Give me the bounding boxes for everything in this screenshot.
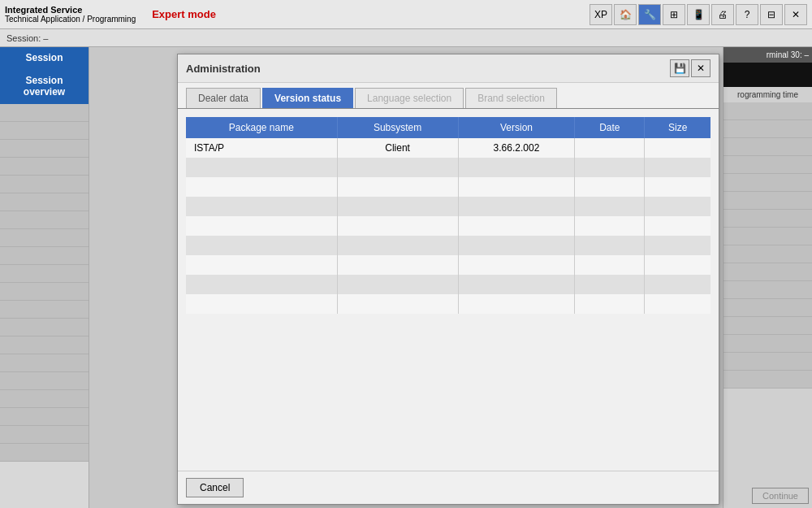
sidebar-row bbox=[0, 372, 89, 390]
sidebar-row bbox=[0, 354, 89, 372]
continue-button[interactable]: Continue bbox=[752, 488, 809, 504]
table-row bbox=[186, 197, 710, 216]
cell-subsystem bbox=[337, 197, 458, 216]
cancel-button[interactable]: Cancel bbox=[186, 478, 244, 497]
programming-time-label: rogramming time bbox=[723, 87, 812, 102]
modal-close-icon[interactable]: ✕ bbox=[691, 59, 710, 77]
cell-subsystem bbox=[337, 275, 458, 294]
sidebar-row bbox=[0, 319, 89, 336]
table-row bbox=[186, 275, 710, 294]
right-row bbox=[723, 138, 812, 156]
cell-package bbox=[186, 177, 337, 197]
minimize-button[interactable]: ⊟ bbox=[760, 4, 783, 25]
table-row bbox=[186, 177, 710, 197]
help-button[interactable]: ? bbox=[736, 4, 758, 25]
cell-size bbox=[645, 275, 710, 294]
cell-date bbox=[575, 138, 645, 158]
sidebar-row bbox=[0, 247, 89, 265]
sidebar-row bbox=[0, 336, 89, 354]
tools-button[interactable]: 🔧 bbox=[638, 4, 661, 25]
cell-date bbox=[575, 236, 645, 255]
home-button[interactable]: 🏠 bbox=[614, 4, 637, 25]
table-row bbox=[186, 216, 710, 236]
table-row bbox=[186, 294, 710, 314]
tab-dealer-data[interactable]: Dealer data bbox=[186, 88, 261, 108]
cell-date bbox=[575, 255, 645, 275]
cell-size bbox=[645, 138, 710, 158]
grid-button[interactable]: ⊞ bbox=[663, 4, 685, 25]
session-bar: Session: – bbox=[0, 29, 812, 47]
sidebar-row bbox=[0, 426, 89, 444]
content-area: Administration 💾 ✕ Dealer data Version s… bbox=[89, 47, 723, 508]
col-version: Version bbox=[458, 117, 575, 138]
right-panel: rminal 30: – rogramming time Continue bbox=[723, 47, 812, 508]
close-button[interactable]: ✕ bbox=[784, 4, 807, 25]
cell-subsystem bbox=[337, 236, 458, 255]
table-header-row: Package name Subsystem Version Date Size bbox=[186, 117, 710, 138]
administration-modal: Administration 💾 ✕ Dealer data Version s… bbox=[177, 54, 719, 505]
cell-package bbox=[186, 158, 337, 177]
cell-package bbox=[186, 216, 337, 236]
tab-language-selection: Language selection bbox=[355, 88, 464, 108]
table-row bbox=[186, 255, 710, 275]
right-row bbox=[723, 299, 812, 317]
modal-header-icons: 💾 ✕ bbox=[670, 59, 710, 77]
cell-size bbox=[645, 255, 710, 275]
modal-header: Administration 💾 ✕ bbox=[178, 54, 719, 83]
right-row bbox=[723, 353, 812, 371]
sidebar-item-session-overview[interactable]: Session overview bbox=[0, 68, 89, 104]
col-package-name: Package name bbox=[186, 117, 337, 138]
print-button[interactable]: 🖨 bbox=[711, 4, 734, 25]
table-row bbox=[186, 158, 710, 177]
cell-subsystem: Client bbox=[337, 138, 458, 158]
sidebar-row bbox=[0, 229, 89, 247]
sidebar-row bbox=[0, 176, 89, 193]
right-row bbox=[723, 156, 812, 174]
modal-title: Administration bbox=[186, 63, 261, 75]
app-subtitle: Technical Application / Programming bbox=[5, 15, 136, 24]
cell-size bbox=[645, 177, 710, 197]
sidebar-rows bbox=[0, 104, 89, 508]
cell-package bbox=[186, 197, 337, 216]
right-row bbox=[723, 263, 812, 281]
cell-subsystem bbox=[337, 158, 458, 177]
cell-date bbox=[575, 158, 645, 177]
right-rows bbox=[723, 102, 812, 484]
right-row bbox=[723, 228, 812, 245]
xp-button[interactable]: XP bbox=[590, 4, 612, 25]
modal-save-icon[interactable]: 💾 bbox=[670, 59, 689, 77]
cell-version bbox=[458, 255, 575, 275]
sidebar-row bbox=[0, 193, 89, 211]
cell-version bbox=[458, 216, 575, 236]
sidebar-row bbox=[0, 211, 89, 229]
col-date: Date bbox=[575, 117, 645, 138]
toolbar-icons: XP 🏠 🔧 ⊞ 📱 🖨 ? ⊟ ✕ bbox=[590, 4, 807, 25]
sidebar-header: Session bbox=[0, 47, 89, 68]
table-row bbox=[186, 236, 710, 255]
cell-package bbox=[186, 236, 337, 255]
cell-size bbox=[645, 236, 710, 255]
right-row bbox=[723, 192, 812, 210]
cell-date bbox=[575, 275, 645, 294]
cell-version bbox=[458, 158, 575, 177]
tab-version-status[interactable]: Version status bbox=[262, 88, 353, 108]
modal-footer: Cancel bbox=[178, 471, 719, 504]
right-row bbox=[723, 210, 812, 228]
mobile-button[interactable]: 📱 bbox=[687, 4, 710, 25]
table-row: ISTA/PClient3.66.2.002 bbox=[186, 138, 710, 158]
right-row bbox=[723, 371, 812, 389]
cell-subsystem bbox=[337, 294, 458, 314]
app-title-group: Integrated Service Technical Application… bbox=[5, 5, 136, 24]
cell-date bbox=[575, 177, 645, 197]
version-table: Package name Subsystem Version Date Size… bbox=[186, 117, 710, 314]
right-panel-black bbox=[723, 63, 812, 87]
sidebar-row bbox=[0, 158, 89, 176]
cell-version: 3.66.2.002 bbox=[458, 138, 575, 158]
top-bar: Integrated Service Technical Application… bbox=[0, 0, 812, 29]
col-size: Size bbox=[645, 117, 710, 138]
session-label: Session: – bbox=[6, 33, 48, 43]
sidebar-row bbox=[0, 122, 89, 140]
sidebar-row bbox=[0, 265, 89, 283]
main-layout: Session Session overview bbox=[0, 47, 812, 508]
right-row bbox=[723, 335, 812, 353]
